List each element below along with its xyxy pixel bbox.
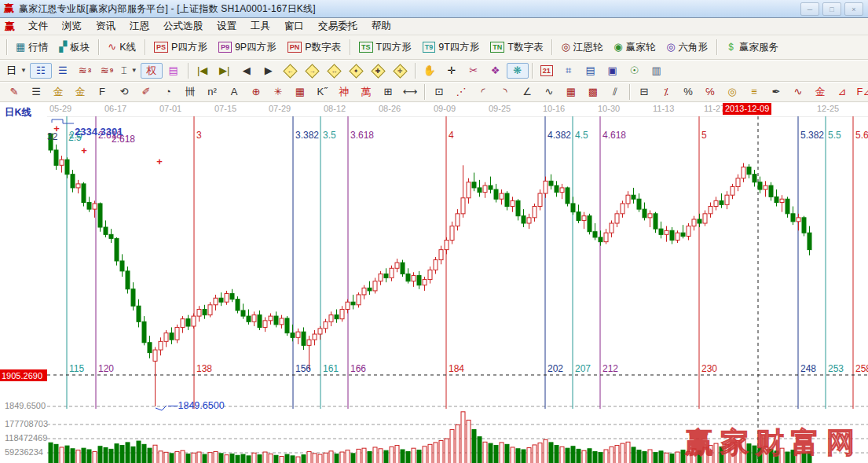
zoom-full-diamond[interactable]: ✛ (390, 63, 412, 79)
notes-icon[interactable]: ▤ (580, 63, 602, 79)
wave-a-tool[interactable]: ∿ (787, 84, 809, 100)
candle-body (181, 319, 185, 328)
web-stats-icon[interactable]: ☉ (624, 63, 646, 79)
gold-red-tool[interactable]: 金 (809, 84, 831, 100)
angle-pen-tool[interactable]: ∠ (516, 84, 538, 100)
minimize-button[interactable]: ─ (800, 2, 819, 16)
9p-square-button[interactable]: P99P四方形 (213, 39, 282, 56)
shrink-right-diamond[interactable]: → (302, 63, 324, 79)
ray-fan-tool[interactable]: ⋰ (450, 84, 472, 100)
wave-3-icon[interactable]: ≋3 (74, 62, 96, 79)
n2-tool[interactable]: n² (201, 84, 223, 100)
volume-bar (247, 456, 251, 463)
next-bar-button[interactable]: ▶ (258, 63, 280, 79)
k-quote-tool[interactable]: K˝ (311, 84, 333, 100)
hlines-tool[interactable]: ☰ (25, 84, 47, 100)
market-quotes-button[interactable]: ▦行情 (10, 39, 53, 56)
gann-kit-icon[interactable]: ❖ (485, 63, 507, 79)
wave-9-icon[interactable]: ≋9 (96, 62, 118, 79)
gann-count-label: 230 (701, 363, 717, 374)
pen-tool[interactable]: ✎ (3, 84, 25, 100)
t-digit-table-button[interactable]: TNT数字表 (485, 39, 548, 56)
candle-style-dropdown[interactable]: ⌶▼ (118, 62, 141, 79)
gold-section2-tool[interactable]: 金 (69, 84, 91, 100)
kline-chart-canvas[interactable]: 2.51152.61812031383.3821563.51613.618166… (47, 116, 868, 463)
kline-button[interactable]: ∿K线 (102, 39, 141, 56)
calendar-icon[interactable]: 21 (536, 64, 558, 78)
info-panel-icon[interactable]: ☰ (52, 63, 74, 79)
expand-vertical-diamond[interactable]: ✚ (368, 63, 390, 79)
gold-circle-tool[interactable]: ◎ (721, 84, 743, 100)
menu-帮助[interactable]: 帮助 (364, 19, 398, 34)
measure-angle-icon[interactable]: ✂ (463, 63, 485, 79)
expand-horizontal-diamond[interactable]: ↔ (324, 63, 346, 79)
last-page-button[interactable]: ▶| (214, 63, 236, 79)
percent-tool[interactable]: % (677, 84, 699, 100)
zoom-all-diamond[interactable]: ✦ (346, 63, 368, 79)
percent-table-tool[interactable]: ⊟ (633, 84, 655, 100)
prev-bar-button[interactable]: ◀ (236, 63, 258, 79)
f-lines-tool[interactable]: F (91, 84, 113, 100)
ink-brush-tool[interactable]: ✒ (765, 84, 787, 100)
9t-square-button[interactable]: T99T四方形 (417, 39, 485, 56)
menu-文件[interactable]: 文件 (21, 19, 55, 34)
p-digit-table-button[interactable]: PNP数字表 (282, 39, 346, 56)
candle-body (373, 281, 377, 291)
hexagon-button[interactable]: ◎六角形 (661, 39, 713, 56)
shen-tool[interactable]: 神 (333, 84, 355, 100)
arc-box2-tool[interactable]: ◝ (494, 84, 516, 100)
parallel-tool[interactable]: ⫽ (604, 84, 626, 100)
market-overlay-icon[interactable]: ☷ (30, 63, 52, 79)
period-day-dropdown[interactable]: 日▼ (3, 62, 30, 79)
p-square-button[interactable]: PSP四方形 (148, 39, 213, 56)
grid-circle-tool[interactable]: ▦ (289, 84, 311, 100)
bar-count-tool[interactable]: 卌 (179, 84, 201, 100)
calculator-icon[interactable]: ⌗ (558, 63, 580, 79)
span-arrow-tool[interactable]: ⟷ (399, 84, 421, 100)
angle-j-tool[interactable]: ⊿ (831, 84, 853, 100)
shrink-left-diamond[interactable]: ← (280, 63, 302, 79)
menu-工具[interactable]: 工具 (244, 19, 277, 34)
color-bars-icon[interactable]: ▤ (163, 63, 185, 79)
menu-浏览[interactable]: 浏览 (55, 19, 89, 34)
brush-tool[interactable]: ✐ (135, 84, 157, 100)
save-icon[interactable]: ▣ (602, 63, 624, 79)
percent-lines-tool[interactable]: ℅ (699, 84, 721, 100)
dial-tool[interactable]: ◔ (157, 84, 179, 100)
menu-资讯[interactable]: 资讯 (89, 19, 123, 34)
first-page-button[interactable]: |◀ (192, 63, 214, 79)
winner-service-button[interactable]: ＄赢家服务 (720, 39, 784, 56)
grid-123-tool[interactable]: ⊞ (377, 84, 399, 100)
red-grid2-tool[interactable]: ▩ (582, 84, 604, 100)
menu-窗口[interactable]: 窗口 (277, 19, 311, 34)
ex-rights-icon[interactable]: 权 (141, 63, 163, 79)
circle-cross-tool[interactable]: ⊕ (245, 84, 267, 100)
smart-analysis-icon[interactable]: ❋ (507, 63, 529, 79)
crosshair-icon[interactable]: ✛ (441, 63, 463, 79)
percent-slash-tool[interactable]: ⁒ (655, 84, 677, 100)
pan-hand-icon[interactable]: ✋ (419, 63, 441, 79)
web-tool[interactable]: ✳ (267, 84, 289, 100)
menu-设置[interactable]: 设置 (210, 19, 244, 34)
angle-f-tool[interactable]: F⊿ (853, 84, 868, 100)
menu-江恩[interactable]: 江恩 (123, 19, 156, 34)
arc-box-tool[interactable]: ◜ (472, 84, 494, 100)
remote-service-icon[interactable]: ▥ (646, 63, 668, 79)
winner-wheel-button[interactable]: ◉赢家轮 (608, 39, 661, 56)
red-grid-tool[interactable]: ▦ (560, 84, 582, 100)
wan-tool[interactable]: 萬 (355, 84, 377, 100)
box-rule-tool[interactable]: ⊡ (428, 84, 450, 100)
t-square-button[interactable]: TST四方形 (353, 39, 417, 56)
maximize-button[interactable]: □ (822, 2, 841, 16)
candle-body (434, 260, 438, 270)
a-line-tool[interactable]: A (223, 84, 245, 100)
menu-交易委托[interactable]: 交易委托 (311, 19, 364, 34)
spiral-tool[interactable]: ⟲ (113, 84, 135, 100)
gold-section-tool[interactable]: 金 (47, 84, 69, 100)
gann-wheel-button[interactable]: ◎江恩轮 (555, 39, 608, 56)
menu-公式选股[interactable]: 公式选股 (156, 19, 210, 34)
gold-lines-tool[interactable]: ≡ (743, 84, 765, 100)
sectors-button[interactable]: ▞板块 (53, 39, 95, 56)
close-button[interactable]: × (844, 2, 863, 16)
zigzag-tool[interactable]: ∿ (538, 84, 560, 100)
